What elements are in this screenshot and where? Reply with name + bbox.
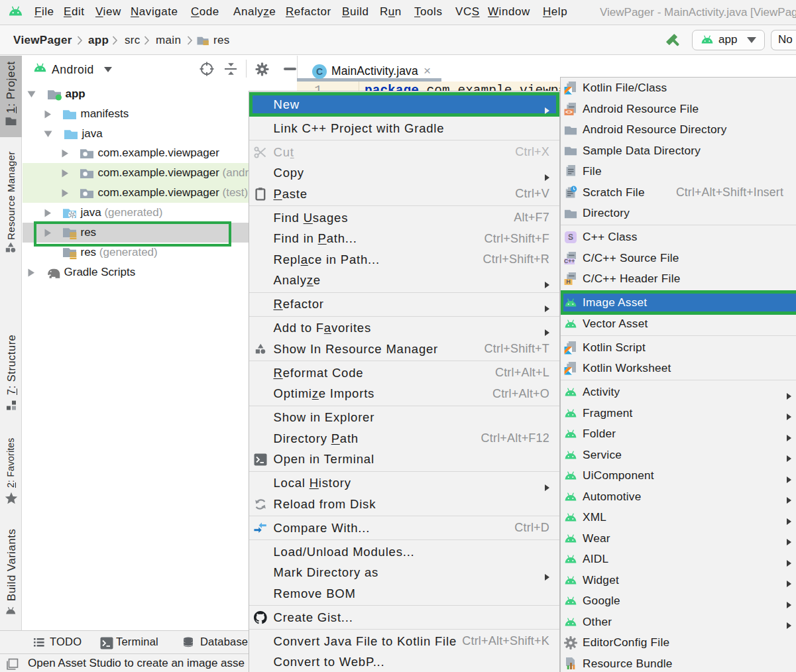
svg-text:H: H xyxy=(566,279,571,286)
svg-text:C++: C++ xyxy=(564,258,575,264)
svg-text:<>: <> xyxy=(565,109,573,116)
svg-text:S: S xyxy=(567,233,573,242)
